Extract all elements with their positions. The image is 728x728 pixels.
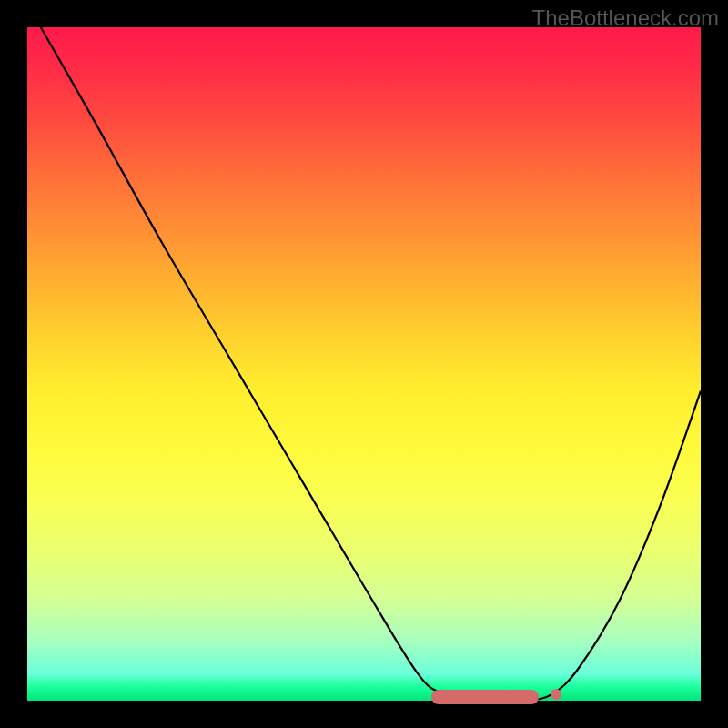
- bottleneck-curve: [41, 27, 701, 701]
- watermark-text: TheBottleneck.com: [532, 5, 719, 31]
- chart-line-layer: [27, 27, 701, 701]
- plateau-marker-bar: [431, 690, 539, 704]
- optimum-marker-dot: [551, 689, 561, 700]
